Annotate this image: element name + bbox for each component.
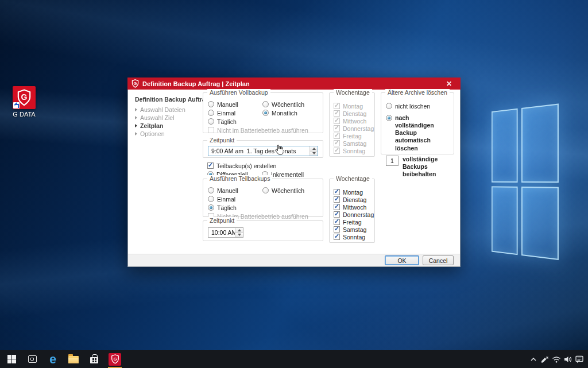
action-center-icon[interactable] (574, 350, 585, 368)
dialog-footer: OK Cancel (128, 254, 460, 266)
keep-backups-row: 1 vollständige Backups beibehalten (386, 156, 449, 178)
weekday-checkbox-sonntag[interactable]: Sonntag (334, 233, 370, 241)
chevron-right-icon (135, 132, 137, 135)
taskbar-gdata-button[interactable]: G (105, 350, 125, 368)
close-icon[interactable]: ✕ (442, 78, 457, 90)
wifi-icon[interactable] (551, 350, 562, 368)
group-legend: Zeitpunkt (207, 137, 237, 144)
shortcut-label: G DATA (7, 111, 41, 118)
chevron-up-icon[interactable] (528, 350, 539, 368)
radio-automatisch-loeschen[interactable]: nach vollständigen Backup automatisch lö… (386, 114, 449, 152)
gdata-shield-icon: G (131, 79, 139, 88)
desktop-shortcut-gdata[interactable]: G G DATA (7, 86, 41, 118)
dialog-title: Definition Backup Auftrag | Zeitplan (142, 80, 250, 87)
checkbox-checked-icon (334, 211, 340, 218)
ok-button[interactable]: OK (385, 255, 419, 265)
pen-status-icon[interactable] (540, 350, 550, 368)
checkbox-disabled-icon (334, 133, 340, 139)
group-teilbackups: Ausführen Teilbackups Manuell Wöchentlic… (203, 179, 323, 217)
radio-nicht-loeschen[interactable]: nicht löschen (386, 102, 449, 110)
group-zeitpunkt-teilbackups: Zeitpunkt 10:00 AM (203, 220, 323, 241)
radio-selected-icon (262, 110, 269, 116)
zeitpunkt-teilbackups-value: 10:00 AM (208, 228, 235, 237)
zeitpunkt-vollbackup-value: 9:00 AM am 1. Tag des Monats (208, 146, 310, 156)
checkbox-disabled-icon (334, 140, 340, 146)
volume-icon[interactable] (563, 350, 573, 368)
spinner (310, 146, 318, 156)
checkbox-vollbackup-battery: Nicht im Batteriebetrieb ausführen (208, 126, 318, 134)
group-wochentage-vollbackup: Wochentage Montag Dienstag Mittwoch Donn… (329, 92, 375, 157)
checkbox-checked-icon (334, 189, 340, 195)
checkbox-disabled-icon (334, 148, 340, 154)
spinner (235, 228, 243, 237)
checkbox-disabled-icon (334, 103, 340, 109)
task-view-button[interactable] (22, 350, 42, 368)
sidebar-item-optionen[interactable]: Optionen (135, 131, 185, 137)
radio-vollbackup-manuell[interactable]: Manuell (208, 100, 262, 108)
start-button[interactable] (1, 350, 22, 368)
spin-up-button[interactable] (310, 146, 318, 151)
taskbar-edge-button[interactable]: e (42, 350, 63, 368)
group-legend: Ausführen Teilbackups (207, 175, 272, 182)
checkbox-checked-icon (207, 162, 214, 169)
radio-vollbackup-monatlich[interactable]: Monatlich (262, 109, 318, 117)
sidebar-item-zeitplan[interactable]: Zeitplan (135, 123, 185, 129)
radio-icon (208, 110, 214, 116)
radio-teilbackups-taeglich[interactable]: Täglich (208, 204, 262, 211)
group-legend: Ältere Archive löschen (385, 89, 450, 96)
spin-down-button[interactable] (310, 151, 318, 156)
gdata-taskbar-icon: G (109, 353, 121, 366)
svg-text:G: G (21, 92, 28, 102)
radio-icon (208, 187, 214, 193)
zeitpunkt-vollbackup-input[interactable]: 9:00 AM am 1. Tag des Monats (208, 146, 318, 156)
radio-vollbackup-woechentlich[interactable]: Wöchentlich (262, 100, 318, 108)
cancel-button[interactable]: Cancel (423, 255, 454, 265)
sidebar-item-auswahl-dateien[interactable]: Auswahl Dateien (135, 107, 185, 113)
group-legend: Ausführen Vollbackup (207, 89, 270, 96)
sidebar-nav: Auswahl Dateien Auswahl Ziel Zeitplan Op… (135, 107, 185, 137)
checkbox-disabled-icon (334, 118, 340, 124)
sidebar-item-auswahl-ziel[interactable]: Auswahl Ziel (135, 115, 185, 121)
group-legend: Wochentage (334, 175, 372, 182)
shortcut-arrow-icon (13, 102, 20, 109)
radio-vollbackup-taeglich[interactable]: Täglich (208, 118, 262, 125)
checkbox-teilbackup-erstellen[interactable]: Teilbackup(s) erstellen (207, 162, 276, 169)
task-view-icon (28, 355, 37, 363)
file-explorer-icon (68, 356, 79, 363)
spin-down-button[interactable] (235, 233, 243, 238)
group-wochentage-teilbackups: Wochentage Montag Dienstag Mittwoch Donn… (329, 179, 375, 243)
radio-selected-icon (208, 204, 214, 211)
windows-start-icon (7, 355, 16, 363)
chevron-right-icon (135, 116, 137, 119)
arrow-down-icon (312, 152, 316, 154)
radio-icon (208, 196, 214, 202)
taskbar-store-button[interactable] (84, 350, 105, 368)
taskbar: e G (0, 350, 588, 368)
zeitpunkt-teilbackups-input[interactable]: 10:00 AM (208, 227, 243, 238)
dialog-titlebar[interactable]: G Definition Backup Auftrag | Zeitplan ✕ (127, 78, 461, 90)
radio-selected-icon (386, 115, 392, 121)
spin-up-button[interactable] (235, 228, 243, 233)
sidebar-header: Definition Backup Auftrag (135, 96, 209, 103)
edge-browser-icon: e (49, 354, 56, 365)
mouse-hand-cursor (274, 145, 283, 158)
radio-icon (208, 118, 214, 125)
radio-teilbackups-einmal[interactable]: Einmal (208, 195, 262, 203)
radio-vollbackup-einmal[interactable]: Einmal (208, 109, 262, 117)
radio-icon (386, 103, 392, 109)
chevron-right-icon (135, 124, 137, 127)
keep-count-input[interactable]: 1 (386, 156, 399, 166)
chevron-right-icon (135, 108, 137, 111)
radio-icon (262, 101, 269, 107)
radio-teilbackups-woechentlich[interactable]: Wöchentlich (262, 187, 318, 194)
group-archive-loeschen: Ältere Archive löschen nicht löschen nac… (381, 92, 454, 154)
arrow-down-icon (238, 234, 241, 236)
weekday-checkbox-sonntag: Sonntag (334, 147, 370, 154)
checkbox-checked-icon (334, 226, 340, 233)
backup-schedule-dialog: G Definition Backup Auftrag | Zeitplan ✕… (127, 78, 461, 267)
taskbar-file-explorer-button[interactable] (63, 350, 84, 368)
checkbox-checked-icon (334, 204, 340, 210)
radio-teilbackups-manuell[interactable]: Manuell (208, 187, 262, 194)
microsoft-store-icon (90, 357, 98, 363)
radio-icon (262, 187, 269, 193)
